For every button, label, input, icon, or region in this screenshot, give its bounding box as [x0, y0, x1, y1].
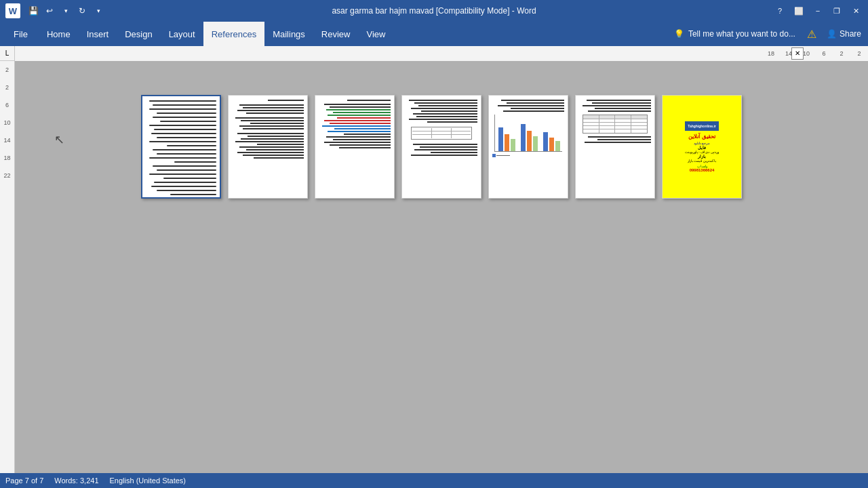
person-icon: 👤 [827, 29, 837, 39]
ad-line4: بازار [698, 154, 706, 159]
ad-line2: فایل [698, 145, 706, 150]
vruler-num-22: 22 [0, 167, 14, 184]
tab-home[interactable]: Home [39, 22, 79, 46]
page-1[interactable] [141, 95, 221, 199]
ribbon-display-button[interactable]: ⬜ [792, 4, 806, 18]
tell-me-box[interactable]: 💡 Tell me what you want to do... [666, 29, 804, 39]
warning-icon: ⚠ [804, 26, 820, 42]
ruler-num-6: 6 [815, 50, 833, 57]
page-2-lines [232, 100, 304, 159]
customize-qat-button[interactable]: ▾ [91, 3, 106, 18]
ad-line5: با کمترین قیمت بازار [688, 159, 716, 163]
ruler-x-marker[interactable]: ✕ [791, 47, 804, 60]
page-6-content [576, 96, 654, 198]
page-4[interactable] [401, 95, 481, 199]
word-app-icon: W [5, 3, 20, 18]
share-label: Share [840, 29, 861, 39]
advertisement-page: Tahghighonline.ir تحقیق آنلاین مرجع دانل… [663, 96, 741, 198]
tab-view[interactable]: View [358, 22, 393, 46]
page-6[interactable] [575, 95, 655, 199]
help-button[interactable]: ? [773, 4, 787, 18]
ruler-num-2a: 2 [833, 50, 850, 57]
page-4-content [402, 96, 481, 198]
page-2[interactable] [228, 95, 308, 199]
document-canvas[interactable]: ↖ [15, 61, 868, 473]
mouse-cursor: ↖ [54, 132, 64, 147]
tab-file[interactable]: File [3, 22, 39, 46]
page-info: Page 7 of 7 [5, 476, 43, 485]
page-4-table [411, 127, 472, 140]
page-5-legend [492, 154, 564, 157]
vertical-ruler: 2 2 6 10 14 18 22 [0, 61, 15, 473]
tab-mailings[interactable]: Mailings [264, 22, 313, 46]
ruler-numbers: 18 14 10 6 2 ✕ 2 [755, 46, 868, 61]
main-area: 2 2 6 10 14 18 22 ↖ [0, 61, 868, 473]
horizontal-ruler: 18 14 10 6 2 ✕ 2 [15, 46, 868, 61]
page-6-text [579, 100, 651, 112]
close-button[interactable]: ✕ [849, 4, 863, 18]
undo-dropdown-button[interactable]: ▾ [58, 3, 73, 18]
minimize-button[interactable]: − [811, 4, 825, 18]
title-bar-left: W 💾 ↩ ▾ ↻ ▾ [5, 3, 106, 18]
tab-review[interactable]: Review [313, 22, 359, 46]
quick-access-toolbar: 💾 ↩ ▾ ↻ ▾ [26, 3, 106, 18]
title-bar-controls: ? ⬜ − ❐ ✕ [773, 4, 863, 18]
page-1-content [142, 96, 220, 197]
lightbulb-icon: 💡 [674, 29, 684, 39]
page-4-lines [406, 100, 477, 156]
vruler-num-2a: 2 [0, 61, 14, 79]
tab-insert[interactable]: Insert [79, 22, 117, 46]
ad-logo-text: Tahghighonline.ir [688, 124, 716, 128]
ribbon-tabs: File Home Insert Design Layout Reference… [0, 22, 868, 46]
vruler-num-2b: 2 [0, 79, 14, 96]
page-2-content [229, 96, 307, 198]
redo-button[interactable]: ↻ [75, 3, 90, 18]
tab-design[interactable]: Design [117, 22, 160, 46]
page-3[interactable] [315, 95, 395, 199]
tab-references[interactable]: References [203, 22, 264, 46]
title-bar: W 💾 ↩ ▾ ↻ ▾ asar garma bar hajm mavad [C… [0, 0, 868, 22]
ad-logo-bg: Tahghighonline.ir [685, 121, 719, 131]
page-5[interactable] [488, 95, 568, 199]
page-3-content [315, 96, 394, 198]
pages-row: Tahghighonline.ir تحقیق آنلاین مرجع دانل… [141, 95, 742, 199]
vruler-num-10: 10 [0, 114, 14, 131]
vruler-num-18: 18 [0, 149, 14, 167]
page-3-lines [319, 100, 391, 148]
page-5-chart [494, 115, 563, 152]
vruler-num-6: 6 [0, 96, 14, 114]
share-button[interactable]: 👤 Share [820, 26, 868, 41]
page-1-lines [146, 100, 216, 199]
page-6-text2 [579, 136, 651, 143]
ruler-num-18: 18 [762, 50, 780, 57]
page-5-content [489, 96, 568, 198]
status-bar: Page 7 of 7 Words: 3,241 English (United… [0, 473, 868, 488]
undo-button[interactable]: ↩ [42, 3, 57, 18]
window-title: asar garma bar hajm mavad [Compatibility… [332, 6, 536, 16]
restore-button[interactable]: ❐ [830, 4, 844, 18]
tell-me-text: Tell me what you want to do... [688, 29, 795, 39]
vertical-ruler-numbers: 2 2 6 10 14 18 22 [0, 61, 14, 184]
page-6-table [583, 115, 647, 134]
ruler-corner[interactable]: L [0, 46, 15, 61]
ad-title: تحقیق آنلاین [688, 133, 715, 140]
word-count: Words: 3,241 [54, 476, 98, 485]
save-button[interactable]: 💾 [26, 3, 41, 18]
page-5-text [492, 100, 564, 112]
vruler-num-14: 14 [0, 131, 14, 149]
ruler-area: L 18 14 10 6 2 ✕ 2 [0, 46, 868, 61]
ruler-num-2b: 2 [850, 50, 868, 57]
language-info: English (United States) [110, 476, 186, 485]
page-7[interactable]: Tahghighonline.ir تحقیق آنلاین مرجع دانل… [662, 95, 742, 199]
tab-layout[interactable]: Layout [161, 22, 203, 46]
ad-phone: 09981366624 [690, 168, 715, 172]
